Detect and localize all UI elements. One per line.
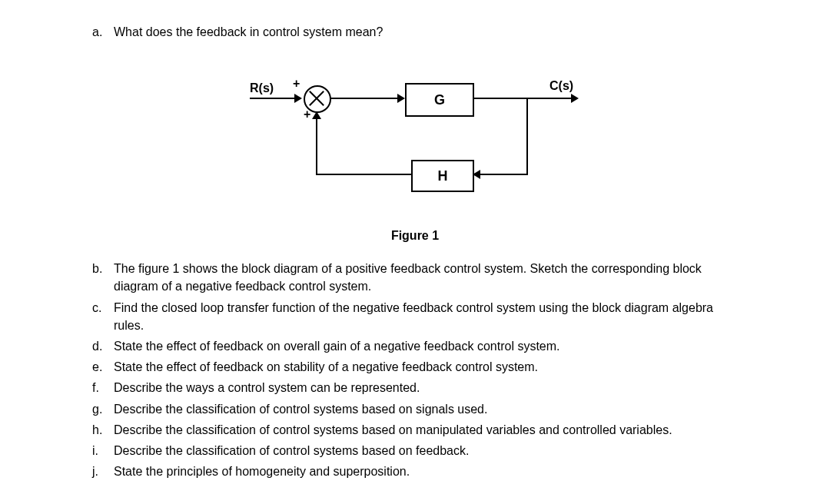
question-item: i. Describe the classification of contro… [92, 442, 738, 459]
sum-sign-top: + [293, 77, 300, 91]
question-marker: g. [92, 400, 114, 418]
block-g: G [405, 83, 474, 117]
question-marker: a. [92, 23, 114, 41]
diagram-line [473, 98, 573, 99]
diagram-line [526, 98, 528, 175]
block-h: H [411, 160, 474, 192]
question-item: b. The figure 1 shows the block diagram … [92, 260, 738, 295]
question-text: Describe the classification of control s… [114, 442, 738, 459]
question-text: Describe the classification of control s… [114, 421, 738, 439]
question-text: State the effect of feedback on overall … [114, 337, 738, 355]
question-text: What does the feedback in control system… [114, 23, 738, 41]
question-marker: e. [92, 358, 114, 376]
arrow-icon [571, 94, 579, 103]
input-signal-label: R(s) [250, 81, 274, 95]
question-marker: d. [92, 337, 114, 355]
question-text: The figure 1 shows the block diagram of … [114, 260, 738, 295]
question-marker: i. [92, 442, 114, 459]
question-item: d. State the effect of feedback on overa… [92, 337, 738, 355]
diagram-line [480, 174, 528, 175]
question-marker: h. [92, 421, 114, 439]
question-item: f. Describe the ways a control system ca… [92, 379, 738, 396]
question-item: g. Describe the classification of contro… [92, 400, 738, 418]
question-text: Describe the ways a control system can b… [114, 379, 738, 396]
diagram-line [316, 174, 411, 175]
arrow-icon [397, 94, 405, 103]
figure-caption: Figure 1 [92, 229, 738, 243]
sum-sign-bottom: + [304, 108, 310, 121]
question-marker: b. [92, 260, 114, 277]
diagram-line [330, 98, 399, 99]
question-text: Describe the classification of control s… [114, 400, 738, 418]
block-diagram-container: R(s) + G C(s) H + [92, 75, 738, 214]
diagram-line [250, 98, 296, 99]
arrow-icon [312, 111, 321, 119]
question-marker: j. [92, 463, 114, 480]
diagram-line [316, 113, 317, 175]
question-text: State the effect of feedback on stabilit… [114, 358, 738, 376]
question-item: c. Find the closed loop transfer functio… [92, 299, 738, 334]
question-text: State the principles of homogeneity and … [114, 463, 738, 480]
question-item: h. Describe the classification of contro… [92, 421, 738, 439]
question-item: e. State the effect of feedback on stabi… [92, 358, 738, 376]
block-diagram: R(s) + G C(s) H + [250, 75, 580, 214]
output-signal-label: C(s) [549, 79, 573, 93]
question-marker: c. [92, 299, 114, 317]
question-item: a. What does the feedback in control sys… [92, 23, 738, 41]
question-text: Find the closed loop transfer function o… [114, 299, 738, 334]
arrow-icon [294, 94, 302, 103]
question-marker: f. [92, 379, 114, 396]
question-item: j. State the principles of homogeneity a… [92, 463, 738, 480]
